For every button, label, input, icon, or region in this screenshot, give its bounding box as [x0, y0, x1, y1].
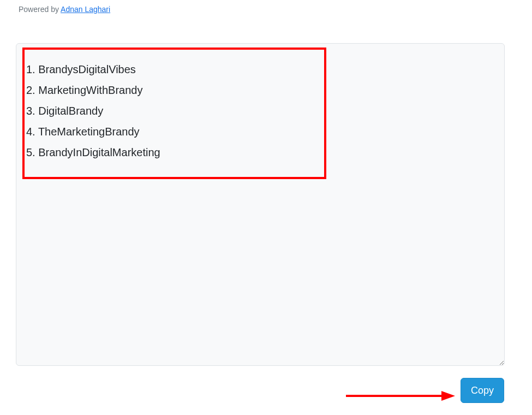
powered-by-text: Powered by Adnan Laghari: [19, 5, 110, 14]
arrow-annotation: [346, 388, 455, 406]
powered-by-prefix: Powered by: [19, 5, 61, 14]
output-container: [16, 43, 505, 366]
copy-button[interactable]: Copy: [461, 378, 504, 403]
powered-by-link[interactable]: Adnan Laghari: [61, 5, 110, 14]
output-textarea[interactable]: [16, 43, 505, 366]
svg-marker-1: [441, 391, 455, 401]
